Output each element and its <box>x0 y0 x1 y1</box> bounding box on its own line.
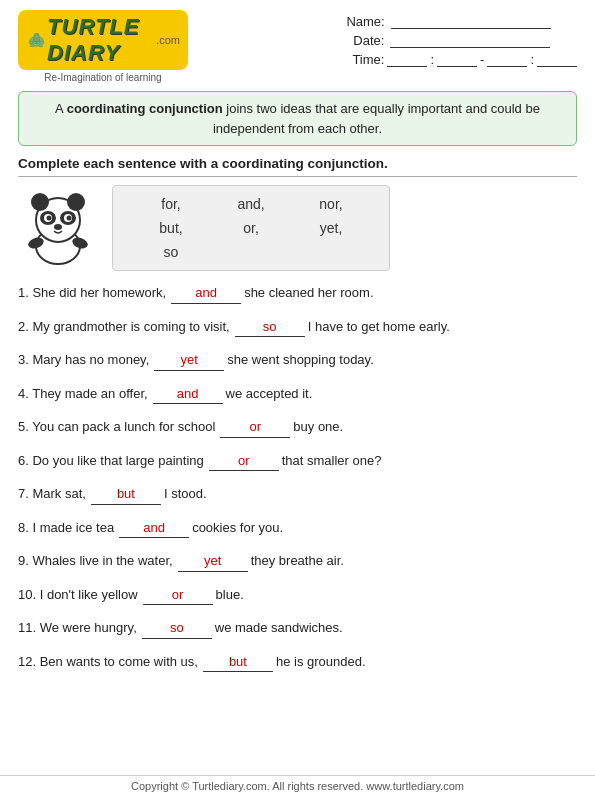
time-line-3 <box>487 53 527 67</box>
question-10: 10. I don't like yellow or blue. <box>18 585 577 606</box>
instructions: Complete each sentence with a coordinati… <box>18 156 577 177</box>
question-5: 5. You can pack a lunch for school or bu… <box>18 417 577 438</box>
svg-point-5 <box>29 41 33 43</box>
questions: 1. She did her homework, and she cleaned… <box>18 283 577 672</box>
answer-8: and <box>119 518 189 539</box>
svg-point-17 <box>67 193 85 211</box>
info-box: A coordinating conjunction joins two ide… <box>18 91 577 146</box>
name-label: Name: <box>346 14 384 29</box>
answer-3: yet <box>154 350 224 371</box>
time-line-4 <box>537 53 577 67</box>
time-row: Time: : - : <box>346 52 577 67</box>
word-bank: for, and, nor, but, or, yet, so <box>112 185 390 271</box>
question-6: 6. Do you like that large painting or th… <box>18 451 577 472</box>
svg-point-10 <box>35 35 36 36</box>
word-so: so <box>131 244 211 260</box>
footer: Copyright © Turtlediary.com. All rights … <box>0 775 595 792</box>
question-12: 12. Ben wants to come with us, but he is… <box>18 652 577 673</box>
answer-11: so <box>142 618 212 639</box>
conjunction-term: coordinating conjunction <box>67 101 223 116</box>
word-bank-area: for, and, nor, but, or, yet, so <box>18 185 577 271</box>
date-label: Date: <box>346 33 384 48</box>
svg-point-24 <box>54 224 62 230</box>
word-yet: yet, <box>291 220 371 244</box>
question-11: 11. We were hungry, so we made sandwiche… <box>18 618 577 639</box>
answer-1: and <box>171 283 241 304</box>
question-3: 3. Mary has no money, yet she went shopp… <box>18 350 577 371</box>
question-9: 9. Whales live in the water, yet they br… <box>18 551 577 572</box>
header: TURTLE DIARY .com Re-Imagination of lear… <box>18 10 577 83</box>
com-text: .com <box>156 34 180 46</box>
svg-point-22 <box>47 216 52 221</box>
time-label: Time: <box>346 52 384 67</box>
logo-area: TURTLE DIARY .com Re-Imagination of lear… <box>18 10 188 83</box>
tagline: Re-Imagination of learning <box>44 72 161 83</box>
turtle-icon <box>26 28 47 52</box>
question-8: 8. I made ice tea and cookies for you. <box>18 518 577 539</box>
question-1: 1. She did her homework, and she cleaned… <box>18 283 577 304</box>
answer-9: yet <box>178 551 248 572</box>
svg-point-16 <box>31 193 49 211</box>
date-row: Date: <box>346 33 577 48</box>
time-line-1 <box>387 53 427 67</box>
name-fields: Name: Date: Time: : - : <box>346 14 577 67</box>
logo-text: TURTLE DIARY <box>47 14 154 66</box>
time-line-2 <box>437 53 477 67</box>
svg-point-9 <box>34 33 39 38</box>
answer-7: but <box>91 484 161 505</box>
word-nor: nor, <box>291 196 371 220</box>
answer-2: so <box>235 317 305 338</box>
panda-image <box>18 188 98 268</box>
page: TURTLE DIARY .com Re-Imagination of lear… <box>0 0 595 800</box>
name-row: Name: <box>346 14 577 29</box>
word-or: or, <box>211 220 291 244</box>
answer-12: but <box>203 652 273 673</box>
question-7: 7. Mark sat, but I stood. <box>18 484 577 505</box>
word-but: but, <box>131 220 211 244</box>
date-line <box>390 34 550 48</box>
answer-6: or <box>209 451 279 472</box>
answer-10: or <box>143 585 213 606</box>
name-line <box>391 15 551 29</box>
question-2: 2. My grandmother is coming to visit, so… <box>18 317 577 338</box>
logo-box: TURTLE DIARY .com <box>18 10 188 70</box>
word-and: and, <box>211 196 291 220</box>
svg-point-11 <box>37 35 38 36</box>
svg-point-23 <box>67 216 72 221</box>
answer-4: and <box>153 384 223 405</box>
answer-5: or <box>220 417 290 438</box>
question-4: 4. They made an offer, and we accepted i… <box>18 384 577 405</box>
word-for: for, <box>131 196 211 220</box>
svg-point-7 <box>30 44 34 46</box>
